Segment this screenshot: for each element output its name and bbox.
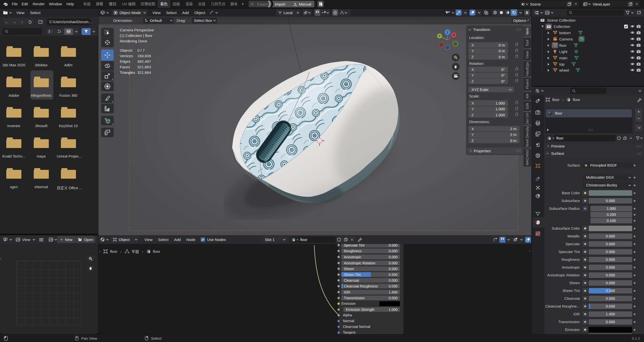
svg-text:Y: Y [438, 34, 440, 37]
svg-text:X: X [453, 33, 455, 36]
svg-text:Z: Z [447, 31, 448, 34]
